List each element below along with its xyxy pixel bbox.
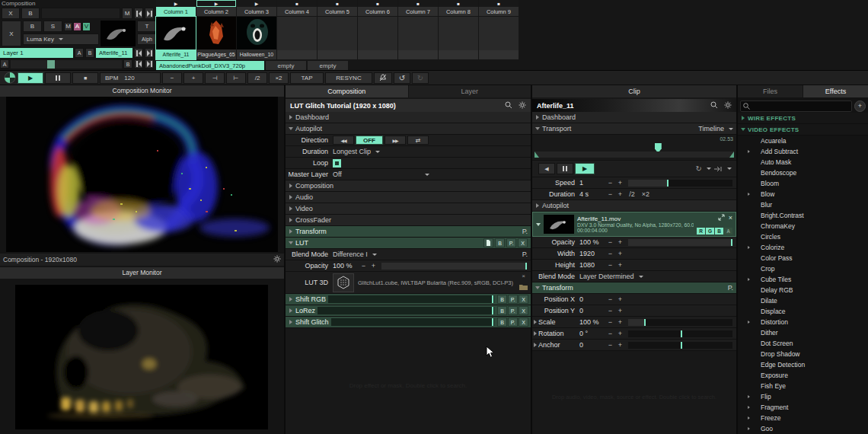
position-y-plus-button[interactable]: + bbox=[615, 307, 625, 315]
effect-row[interactable]: Shift Glitch B P. X bbox=[286, 317, 531, 328]
crossfader-slider[interactable] bbox=[11, 60, 122, 69]
clip-cell-halloween[interactable]: Halloween_10 bbox=[237, 17, 276, 59]
play-direction-dropdown[interactable] bbox=[714, 166, 732, 172]
undo-icon[interactable]: ↺ bbox=[394, 72, 410, 84]
section-autopilot[interactable]: Autopilot bbox=[532, 200, 736, 212]
section-audio[interactable]: Audio bbox=[286, 192, 531, 203]
crossfader-a-button[interactable]: A bbox=[0, 59, 9, 69]
effect-row[interactable]: LoRez B P. X bbox=[286, 305, 531, 317]
effect-bypass-button[interactable]: B bbox=[497, 318, 507, 327]
gear-icon[interactable] bbox=[519, 101, 526, 110]
effect-list-item[interactable]: Dot Screen bbox=[738, 338, 868, 349]
deck-b-empty-chip[interactable]: empty bbox=[266, 61, 306, 70]
clip-cell-afterlife[interactable]: Afterlife_11 bbox=[156, 17, 196, 59]
layer-a-button[interactable]: A bbox=[75, 48, 84, 58]
stop-button[interactable]: ■ bbox=[72, 72, 98, 84]
clip-cell-empty[interactable] bbox=[358, 17, 397, 59]
scale-plus-button[interactable]: + bbox=[615, 318, 625, 327]
effect-list-item[interactable]: Add Subtract bbox=[738, 146, 868, 157]
lut-bypass-button[interactable]: B bbox=[495, 238, 505, 247]
effect-list-item[interactable]: Goo bbox=[738, 423, 868, 434]
transform-param-button[interactable]: P. bbox=[522, 228, 528, 235]
layer-mask-toggle[interactable]: M bbox=[64, 22, 72, 31]
column-label[interactable]: Column 4 bbox=[277, 7, 317, 16]
column-trigger-icon[interactable]: ■ bbox=[277, 0, 317, 7]
expand-icon[interactable] bbox=[718, 214, 725, 221]
duration-plus-button[interactable]: + bbox=[615, 190, 625, 199]
composition-master-fader[interactable] bbox=[41, 8, 120, 19]
effect-opacity-slider[interactable] bbox=[328, 295, 494, 303]
clip-cell-empty[interactable] bbox=[398, 17, 438, 59]
column-label[interactable]: Column 7 bbox=[398, 7, 438, 16]
effect-close-button[interactable]: X bbox=[519, 295, 528, 304]
effect-row[interactable]: Shift RGB B P. X bbox=[286, 294, 531, 305]
section-transform[interactable]: TransformP. bbox=[532, 282, 736, 294]
position-x-plus-button[interactable]: + bbox=[615, 295, 625, 304]
close-icon[interactable]: × bbox=[729, 215, 732, 221]
transform-param-button[interactable]: P. bbox=[728, 284, 733, 292]
lut-param-button[interactable]: P. bbox=[506, 238, 516, 247]
crossfader-b-button[interactable]: B bbox=[123, 59, 132, 69]
layer-active-clip-chip[interactable]: Afterlife_11 bbox=[96, 48, 132, 58]
speed-plus-button[interactable]: + bbox=[615, 179, 625, 187]
resync-button[interactable]: RESYNC bbox=[325, 72, 372, 84]
crossfader-handle[interactable] bbox=[47, 60, 55, 69]
tab-clip[interactable]: Clip bbox=[532, 85, 736, 97]
layer-next-clip-icon[interactable] bbox=[145, 48, 154, 58]
pause-button[interactable] bbox=[557, 163, 573, 174]
duration-half-button[interactable]: /2 bbox=[625, 190, 639, 199]
section-dashboard[interactable]: Dashboard bbox=[532, 112, 736, 123]
deck-prev-icon[interactable] bbox=[134, 59, 143, 69]
deck-b-empty-chip[interactable]: empty bbox=[308, 61, 348, 70]
lut-blend-mode-dropdown[interactable]: Difference I bbox=[333, 251, 377, 258]
layer-name-chip[interactable]: Layer 1 bbox=[0, 48, 73, 58]
lut-close-button[interactable]: X bbox=[518, 238, 528, 247]
column-trigger-icon[interactable]: ▶ bbox=[156, 0, 196, 7]
position-x-minus-button[interactable]: − bbox=[605, 295, 615, 304]
rotation-plus-button[interactable]: + bbox=[615, 330, 625, 338]
lut-cube-icon[interactable] bbox=[333, 273, 354, 292]
clip-cell-empty[interactable] bbox=[439, 17, 478, 59]
layer-b-button[interactable]: B bbox=[85, 48, 94, 58]
nudge-forward-button[interactable]: ⊢ bbox=[226, 72, 246, 84]
tap-button[interactable]: TAP bbox=[290, 72, 324, 84]
speed-slider[interactable] bbox=[628, 180, 732, 187]
section-dashboard[interactable]: Dashboard bbox=[286, 112, 531, 123]
blend-mode-dropdown[interactable]: Layer Determined bbox=[579, 273, 643, 280]
direction-backward-button[interactable]: ◀◀ bbox=[333, 136, 354, 145]
rotation-slider[interactable] bbox=[628, 330, 732, 337]
column-label[interactable]: Column 3 bbox=[237, 7, 276, 16]
effect-list-item[interactable]: Edge Detection bbox=[738, 359, 868, 370]
effect-list-item[interactable]: Dilate bbox=[738, 295, 868, 306]
effect-list-item[interactable]: Cube Tiles bbox=[738, 274, 868, 285]
effect-list-item[interactable]: Fish Eye bbox=[738, 381, 868, 391]
column-trigger-icon[interactable]: ■ bbox=[479, 0, 519, 7]
pause-button[interactable] bbox=[45, 72, 71, 84]
composition-bypass-button[interactable]: X bbox=[2, 8, 20, 19]
direction-forward-button[interactable]: ▶▶ bbox=[385, 136, 406, 145]
section-composition[interactable]: Composition bbox=[286, 180, 531, 192]
width-plus-button[interactable]: + bbox=[615, 250, 625, 258]
effect-close-button[interactable]: X bbox=[519, 318, 528, 327]
monitor-gear-icon[interactable] bbox=[273, 255, 281, 264]
bpm-half-button[interactable]: /2 bbox=[247, 72, 267, 84]
in-point-marker[interactable] bbox=[535, 152, 539, 158]
opacity-minus-button[interactable]: − bbox=[605, 238, 615, 247]
section-transport[interactable]: Transport Timeline bbox=[532, 123, 736, 135]
effect-list-item[interactable]: Distortion bbox=[738, 317, 868, 327]
layer-solo-button[interactable]: S bbox=[43, 21, 62, 32]
layer-prev-clip-icon[interactable] bbox=[134, 48, 143, 58]
bpm-pie-icon[interactable] bbox=[4, 72, 16, 84]
tab-files[interactable]: Files bbox=[738, 85, 803, 97]
opacity-plus-button[interactable]: + bbox=[615, 238, 625, 247]
search-icon[interactable] bbox=[505, 101, 512, 110]
layer-blend-mode-dropdown[interactable]: Luma Key bbox=[23, 34, 99, 45]
opacity-minus-button[interactable]: − bbox=[359, 262, 369, 270]
out-point-marker[interactable] bbox=[729, 152, 734, 158]
play-button[interactable]: ▶ bbox=[575, 163, 595, 174]
scale-minus-button[interactable]: − bbox=[605, 318, 615, 327]
composition-blackout-button[interactable]: B bbox=[21, 8, 40, 19]
speed-minus-button[interactable]: − bbox=[605, 179, 615, 187]
effect-list-item[interactable]: Drop Shadow bbox=[738, 349, 868, 359]
layer-bypass-button[interactable]: X bbox=[2, 21, 21, 46]
